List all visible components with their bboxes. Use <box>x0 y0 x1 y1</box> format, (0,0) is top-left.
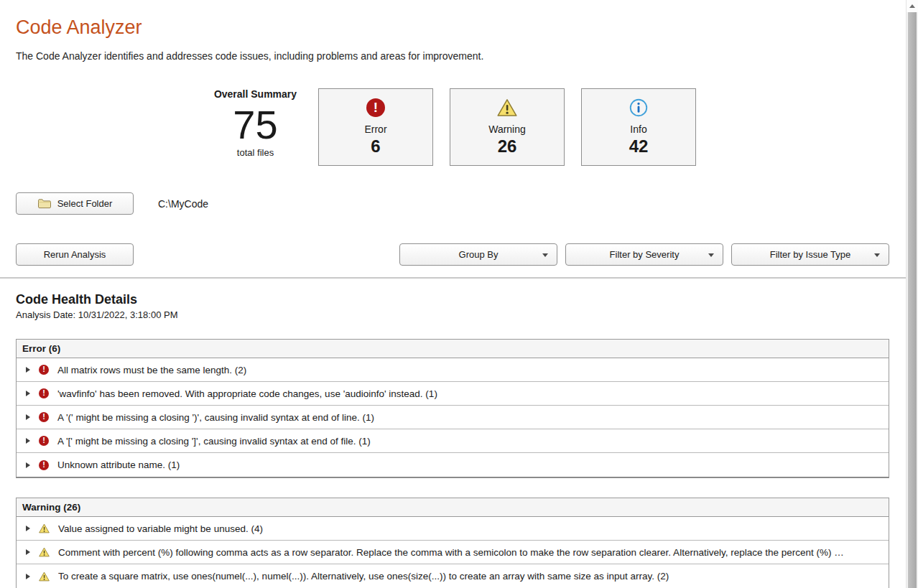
issue-text: Value assigned to variable might be unus… <box>58 523 263 534</box>
total-files-count: 75 <box>185 104 325 146</box>
chevron-down-icon <box>708 253 714 257</box>
card-count: 42 <box>629 136 649 157</box>
info-icon <box>629 98 649 117</box>
error-icon <box>39 460 49 470</box>
filter-by-issue-type-dropdown[interactable]: Filter by Issue Type <box>731 243 889 266</box>
issue-row[interactable]: 'wavfinfo' has been removed. With approp… <box>17 382 889 406</box>
folder-row: Select Folder C:\MyCode <box>16 192 889 215</box>
rerun-analysis-label: Rerun Analysis <box>44 249 106 260</box>
issue-row[interactable]: Unknown attribute name. (1) <box>17 453 889 477</box>
overall-summary-block: Overall Summary 75 total files <box>185 88 325 158</box>
warning-icon <box>497 98 517 117</box>
warning-group-header: Warning (26) <box>17 498 889 517</box>
overall-summary-label: Overall Summary <box>185 88 325 100</box>
summary-cards: Error 6 Warning 26 Info 42 <box>318 88 696 166</box>
card-label: Error <box>364 123 386 135</box>
warning-icon <box>39 571 50 582</box>
scroll-up-button[interactable] <box>907 0 918 12</box>
scroll-up-arrow-icon <box>909 4 915 8</box>
group-by-dropdown[interactable]: Group By <box>399 243 557 266</box>
info-summary-card[interactable]: Info 42 <box>581 88 696 166</box>
page-title: Code Analyzer <box>16 17 889 37</box>
issue-row[interactable]: All matrix rows must be the same length.… <box>17 358 889 382</box>
card-label: Info <box>630 123 646 135</box>
total-files-caption: total files <box>185 147 325 158</box>
issue-row[interactable]: Comment with percent (%) following comma… <box>17 541 889 564</box>
filter-by-issue-type-label: Filter by Issue Type <box>770 249 850 260</box>
section-divider <box>0 277 906 279</box>
warning-icon <box>39 547 50 557</box>
issue-text: All matrix rows must be the same length.… <box>57 365 246 375</box>
toolbar: Rerun Analysis Group By Filter by Severi… <box>16 243 889 266</box>
selected-folder-path: C:\MyCode <box>158 198 208 210</box>
card-count: 26 <box>498 136 517 157</box>
error-icon <box>366 98 385 117</box>
details-section: Code Health Details Analysis Date: 10/31… <box>0 293 906 588</box>
expand-arrow-icon[interactable] <box>26 391 30 396</box>
expand-arrow-icon[interactable] <box>26 414 30 420</box>
issue-row[interactable]: A '(' might be missing a closing ')', ca… <box>17 406 889 429</box>
vertical-scrollbar[interactable] <box>906 0 918 588</box>
analysis-date: Analysis Date: 10/31/2022, 3:18:00 PM <box>16 309 889 320</box>
error-group-header: Error (6) <box>17 340 889 358</box>
card-count: 6 <box>371 136 380 157</box>
issue-row[interactable]: A '[' might be missing a closing ']', ca… <box>17 429 889 453</box>
scrollbar-thumb[interactable] <box>908 12 917 588</box>
rerun-analysis-button[interactable]: Rerun Analysis <box>16 243 134 266</box>
expand-arrow-icon[interactable] <box>26 526 30 531</box>
issue-row[interactable]: To create a square matrix, use ones(nume… <box>17 564 889 588</box>
expand-arrow-icon[interactable] <box>26 438 30 444</box>
issue-text: A '(' might be missing a closing ')', ca… <box>57 412 374 423</box>
issue-text: To create a square matrix, use ones(nume… <box>58 571 669 582</box>
issue-text: A '[' might be missing a closing ']', ca… <box>57 436 371 447</box>
select-folder-label: Select Folder <box>57 198 113 209</box>
main-content: Code Analyzer The Code Analyzer identifi… <box>0 17 906 266</box>
issue-text: Comment with percent (%) following comma… <box>58 547 844 558</box>
error-icon <box>39 365 49 375</box>
filter-dropdowns: Group By Filter by Severity Filter by Is… <box>399 243 889 266</box>
details-heading: Code Health Details <box>16 293 889 307</box>
expand-arrow-icon[interactable] <box>26 574 30 579</box>
page-description: The Code Analyzer identifies and address… <box>16 50 889 62</box>
error-icon <box>39 388 49 398</box>
chevron-down-icon <box>542 253 548 257</box>
error-summary-card[interactable]: Error 6 <box>318 88 433 166</box>
expand-arrow-icon[interactable] <box>26 549 30 555</box>
filter-by-severity-label: Filter by Severity <box>610 249 680 260</box>
error-issue-table: Error (6) All matrix rows must be the sa… <box>16 339 889 478</box>
issue-text: 'wavfinfo' has been removed. With approp… <box>57 388 437 399</box>
error-icon <box>39 412 49 422</box>
warning-summary-card[interactable]: Warning 26 <box>450 88 565 166</box>
chevron-down-icon <box>874 253 880 257</box>
card-label: Warning <box>488 123 526 135</box>
warning-issue-table: Warning (26) Value assigned to variable … <box>16 498 889 588</box>
issue-row[interactable]: Value assigned to variable might be unus… <box>17 517 889 541</box>
group-by-label: Group By <box>459 249 499 260</box>
select-folder-button[interactable]: Select Folder <box>16 192 134 215</box>
warning-icon <box>39 523 50 533</box>
overall-summary-section: Overall Summary 75 total files Error 6 W… <box>16 88 889 166</box>
expand-arrow-icon[interactable] <box>26 367 30 373</box>
error-icon <box>39 436 49 446</box>
folder-icon <box>37 197 52 210</box>
filter-by-severity-dropdown[interactable]: Filter by Severity <box>565 243 723 266</box>
issue-text: Unknown attribute name. (1) <box>57 459 180 470</box>
expand-arrow-icon[interactable] <box>26 462 30 468</box>
